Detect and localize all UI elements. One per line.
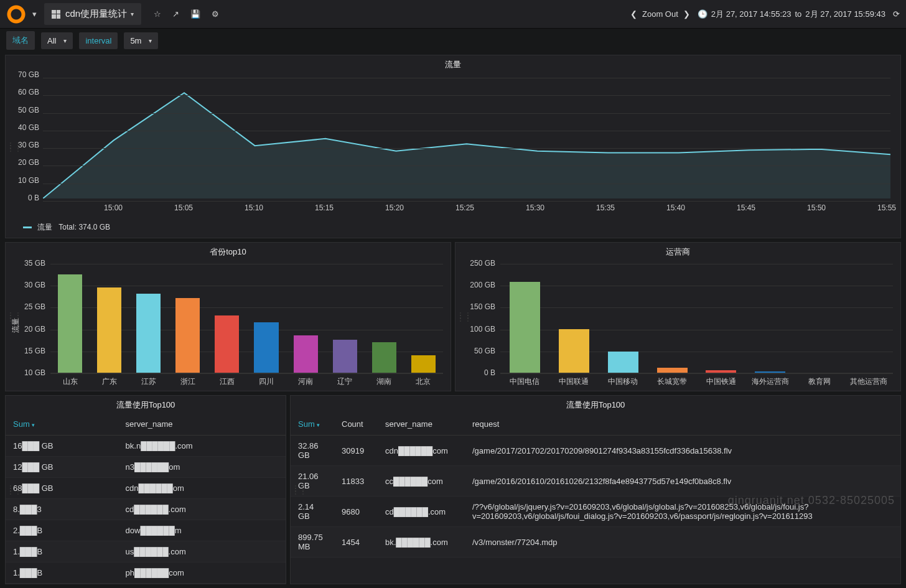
- panel-table-1: ⋮⋮⋮⋮ 流量使用Top100 Sum▾ server_name 16███ G…: [5, 395, 286, 584]
- bar[interactable]: [706, 370, 736, 373]
- panel-title: 省份top10: [6, 243, 451, 260]
- panel-isp: ⋮⋮⋮⋮ 运营商 0 B50 GB100 GB150 GB200 GB250 G…: [455, 242, 901, 391]
- bar[interactable]: [58, 274, 82, 373]
- x-tick: 15:45: [737, 203, 755, 212]
- bar[interactable]: [411, 355, 436, 373]
- table-row[interactable]: 1.███Bus██████.com: [6, 541, 286, 562]
- col-count[interactable]: Count: [334, 413, 378, 436]
- x-tick: 海外运营商: [752, 376, 789, 387]
- time-range-picker[interactable]: 🕒 2月 27, 2017 14:55:23 to 2月 27, 2017 15…: [698, 9, 885, 20]
- table-row[interactable]: 68███ GBcdn██████om: [6, 478, 286, 499]
- cell-count: 9680: [334, 497, 378, 527]
- bar[interactable]: [136, 294, 161, 373]
- time-back-icon[interactable]: ❮: [630, 9, 637, 19]
- traffic-line-chart[interactable]: 0 B10 GB20 GB30 GB40 GB50 GB60 GB70 GB 1…: [6, 73, 900, 217]
- y-tick: 30 GB: [11, 141, 39, 149]
- table-row[interactable]: 16███ GBbk.n██████.com: [6, 436, 286, 457]
- y-tick: 35 GB: [11, 259, 45, 268]
- grafana-logo-icon[interactable]: [6, 4, 26, 24]
- x-tick: 湖南: [376, 376, 391, 387]
- x-tick: 四川: [259, 376, 274, 387]
- cell-server: cd██████.com: [118, 499, 286, 520]
- table-row[interactable]: 21.06 GB11833cc██████com/game/2016/20161…: [291, 466, 900, 497]
- panel-title: 流量: [6, 55, 900, 73]
- x-tick: 15:10: [245, 203, 263, 212]
- bar[interactable]: [254, 322, 278, 373]
- drag-handle-icon[interactable]: ⋮⋮⋮⋮: [292, 487, 307, 492]
- var-interval-label: interval: [79, 32, 118, 49]
- share-icon[interactable]: ↗: [172, 9, 179, 19]
- cell-request: /v3/monster/77204.mdp: [465, 527, 900, 558]
- table-row[interactable]: 32.86 GB30919cdn██████com/game/2017/2017…: [291, 436, 900, 466]
- bar[interactable]: [559, 329, 589, 373]
- table-row[interactable]: 8.███3cd██████.com: [6, 499, 286, 520]
- bar[interactable]: [755, 371, 785, 373]
- x-tick: 15:55: [877, 203, 896, 212]
- panel-title: 流量使用Top100: [291, 396, 900, 413]
- cell-sum: 68███ GB: [6, 478, 118, 499]
- y-tick: 250 GB: [460, 259, 495, 268]
- col-server[interactable]: server_name: [378, 413, 465, 436]
- legend-label: 流量: [37, 223, 52, 231]
- cell-sum: 12███ GB: [6, 457, 118, 478]
- y-tick: 20 GB: [11, 325, 45, 334]
- bar[interactable]: [294, 335, 318, 373]
- col-server[interactable]: server_name: [118, 413, 286, 436]
- zoom-out-button[interactable]: Zoom Out: [642, 9, 678, 19]
- y-tick: 15 GB: [11, 347, 45, 355]
- bar[interactable]: [175, 298, 200, 373]
- isp-bar-chart[interactable]: 0 B50 GB100 GB150 GB200 GB250 GB 中国电信中国联…: [455, 260, 900, 391]
- bar[interactable]: [97, 287, 121, 373]
- cell-server: cd██████.com: [378, 497, 465, 527]
- cell-request: /??v6/global/js/jquery.js?v=201609203,v6…: [465, 497, 900, 527]
- cell-server: cc██████com: [378, 466, 465, 497]
- time-forward-icon[interactable]: ❯: [683, 9, 690, 19]
- settings-icon[interactable]: ⚙: [212, 9, 219, 19]
- panel-title: 流量使用Top100: [6, 396, 286, 413]
- table-row[interactable]: 12███ GBn3██████om: [6, 457, 286, 478]
- cell-count: 11833: [334, 466, 378, 497]
- svg-marker-0: [43, 93, 890, 198]
- refresh-icon[interactable]: ⟳: [893, 9, 900, 19]
- x-tick: 15:30: [526, 203, 544, 212]
- cell-count: 1454: [334, 527, 378, 558]
- y-tick: 150 GB: [460, 302, 495, 311]
- table-row[interactable]: 1.███Bph██████com: [6, 562, 286, 584]
- bar[interactable]: [333, 340, 357, 373]
- cell-server: cdn██████om: [118, 478, 286, 499]
- col-sum[interactable]: Sum▾: [6, 413, 118, 436]
- x-tick: 15:20: [385, 203, 404, 212]
- var-interval-value[interactable]: 5m▾: [124, 32, 158, 49]
- table-row[interactable]: 899.75 MB1454bk.██████.com/v3/monster/77…: [291, 527, 900, 558]
- var-domain-value[interactable]: All▾: [41, 32, 73, 49]
- x-tick: 广东: [102, 376, 117, 387]
- x-tick: 中国铁通: [706, 376, 736, 387]
- bar[interactable]: [657, 368, 688, 373]
- x-tick: 浙江: [180, 376, 195, 387]
- save-icon[interactable]: 💾: [190, 9, 200, 19]
- star-icon[interactable]: ☆: [154, 9, 161, 19]
- drag-handle-icon[interactable]: ⋮⋮⋮⋮: [7, 487, 22, 492]
- menu-toggle-icon[interactable]: ▾: [32, 9, 37, 19]
- panel-traffic: ⋮⋮⋮⋮ 流量 0 B10 GB20 GB30 GB40 GB50 GB60 G…: [5, 55, 901, 238]
- table-row[interactable]: 2.14 GB9680cd██████.com/??v6/global/js/j…: [291, 497, 900, 527]
- bar[interactable]: [215, 315, 239, 373]
- table-row[interactable]: 2.███Bdow██████m: [6, 520, 286, 541]
- y-tick: 50 GB: [460, 347, 495, 355]
- table-top100-2: Sum▾ Count server_name request 32.86 GB3…: [291, 413, 900, 558]
- cell-server: ph██████com: [118, 562, 286, 584]
- dashboard-picker[interactable]: cdn使用量统计 ▾: [44, 3, 141, 25]
- province-bar-chart[interactable]: 流量 10 GB15 GB20 GB25 GB30 GB35 GB 山东广东江苏…: [6, 260, 451, 391]
- x-tick: 15:25: [455, 203, 474, 212]
- y-tick: 100 GB: [460, 325, 495, 334]
- time-to: 2月 27, 2017 15:59:43: [805, 9, 885, 20]
- col-request[interactable]: request: [465, 413, 900, 436]
- dashboard-icon: [52, 10, 60, 19]
- col-sum[interactable]: Sum▾: [291, 413, 334, 436]
- bar[interactable]: [510, 282, 540, 373]
- y-tick: 10 GB: [11, 176, 39, 185]
- legend-total-value: 374.0 GB: [78, 223, 110, 231]
- cell-sum: 32.86 GB: [291, 436, 334, 466]
- bar[interactable]: [608, 352, 638, 373]
- bar[interactable]: [372, 342, 396, 373]
